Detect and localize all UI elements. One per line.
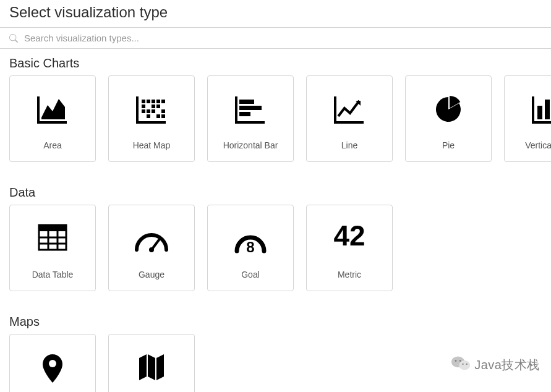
svg-point-36 [466, 364, 468, 365]
viz-label: Horizontal Bar [223, 140, 278, 150]
svg-point-35 [463, 364, 464, 365]
area-chart-icon [10, 95, 95, 124]
viz-card-goal[interactable]: 8 Goal [207, 205, 294, 291]
viz-card-coordinate-map[interactable]: Coordinate Map [9, 334, 96, 392]
svg-rect-22 [39, 225, 66, 231]
svg-point-30 [49, 360, 56, 367]
viz-card-horizontal-bar[interactable]: Horizontal Bar [207, 75, 294, 162]
page-title: Select visualization type [0, 0, 551, 27]
search-icon [9, 34, 18, 43]
viz-card-pie[interactable]: Pie [405, 75, 492, 162]
svg-point-33 [455, 360, 457, 362]
svg-rect-10 [152, 109, 155, 113]
svg-rect-11 [161, 109, 165, 113]
map-pin-icon [10, 353, 95, 384]
svg-point-34 [459, 360, 461, 362]
svg-line-28 [152, 240, 159, 250]
svg-rect-19 [545, 100, 550, 119]
line-chart-icon [307, 95, 392, 124]
data-table-icon [10, 224, 95, 251]
svg-rect-17 [239, 112, 250, 116]
svg-rect-6 [152, 104, 155, 108]
search-bar [0, 27, 551, 49]
viz-label: Pie [442, 140, 455, 150]
viz-card-region-map[interactable]: Region Map [108, 334, 195, 392]
svg-rect-12 [147, 114, 150, 118]
svg-rect-5 [142, 104, 145, 108]
viz-label: Metric [338, 270, 361, 279]
svg-rect-13 [156, 114, 160, 118]
svg-text:8: 8 [246, 239, 254, 255]
vertical-bar-icon [505, 95, 551, 124]
region-map-icon [109, 353, 194, 381]
svg-rect-8 [142, 109, 145, 113]
viz-label: Area [43, 140, 62, 150]
metric-icon: 42 [307, 219, 392, 252]
viz-card-heat-map[interactable]: Heat Map [108, 75, 195, 162]
section-title-maps: Maps [0, 307, 551, 333]
viz-card-line[interactable]: Line [306, 75, 393, 162]
svg-rect-2 [152, 100, 155, 103]
viz-card-area[interactable]: Area [9, 75, 96, 162]
goal-icon: 8 [208, 224, 293, 256]
viz-label: Line [341, 140, 357, 150]
viz-label: Vertical Bar [525, 140, 551, 150]
wechat-icon [451, 355, 471, 375]
section-title-basic-charts: Basic Charts [0, 49, 551, 74]
viz-card-vertical-bar[interactable]: Vertical Bar [504, 75, 551, 162]
viz-card-metric[interactable]: 42 Metric [306, 205, 393, 291]
viz-card-gauge[interactable]: Gauge [108, 205, 195, 291]
svg-rect-0 [142, 100, 145, 103]
svg-rect-1 [147, 100, 150, 103]
data-row: Data Table Gauge 8 Goal 42 Metric [0, 203, 551, 292]
svg-rect-16 [239, 106, 262, 110]
gauge-icon [109, 224, 194, 254]
svg-rect-15 [239, 100, 254, 104]
watermark: Java技术栈 [451, 355, 540, 375]
horizontal-bar-icon [208, 95, 293, 124]
viz-label: Goal [241, 270, 260, 279]
watermark-text: Java技术栈 [474, 357, 540, 373]
heat-map-icon [109, 95, 194, 124]
basic-charts-row: Area Heat Map Horizontal Bar [0, 74, 551, 163]
svg-rect-9 [147, 109, 150, 113]
pie-chart-icon [406, 95, 491, 124]
viz-label: Gauge [139, 270, 164, 279]
svg-rect-18 [537, 106, 542, 119]
viz-card-data-table[interactable]: Data Table [9, 205, 96, 291]
search-input[interactable] [24, 33, 544, 43]
svg-rect-3 [156, 100, 160, 103]
svg-rect-7 [156, 104, 160, 108]
svg-rect-14 [161, 114, 165, 118]
svg-point-32 [459, 360, 471, 370]
section-title-data: Data [0, 178, 551, 203]
viz-label: Data Table [32, 270, 74, 279]
viz-label: Heat Map [133, 140, 171, 150]
svg-rect-4 [161, 100, 165, 103]
